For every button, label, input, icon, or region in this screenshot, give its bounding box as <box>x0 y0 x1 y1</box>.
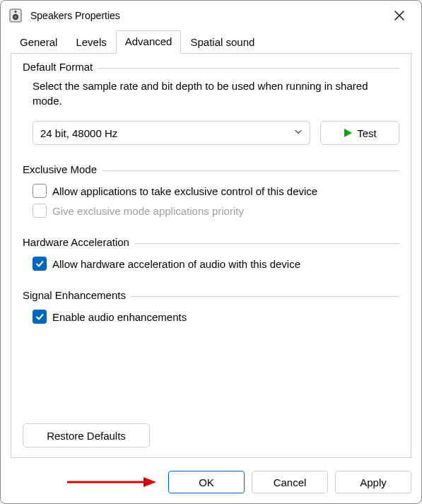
close-icon <box>394 11 404 20</box>
checkbox-hardware-accel-label: Allow hardware acceleration of audio wit… <box>52 258 300 270</box>
format-select[interactable]: 24 bit, 48000 Hz <box>33 121 310 145</box>
test-button[interactable]: Test <box>320 121 399 145</box>
restore-defaults-button[interactable]: Restore Defaults <box>23 423 150 447</box>
checkbox-allow-exclusive-label: Allow applications to take exclusive con… <box>52 185 317 197</box>
window-title: Speakers Properties <box>30 10 385 21</box>
tab-spatial[interactable]: Spatial sound <box>181 31 264 54</box>
checkbox-exclusive-priority-label: Give exclusive mode applications priorit… <box>52 205 244 217</box>
checkbox-audio-enhancements[interactable]: Enable audio enhancements <box>33 307 399 327</box>
speaker-icon <box>8 8 23 23</box>
restore-defaults-label: Restore Defaults <box>47 430 126 442</box>
svg-point-3 <box>14 11 16 13</box>
annotation-arrow <box>11 475 161 489</box>
tab-advanced[interactable]: Advanced <box>116 30 182 54</box>
group-title-signal-enhancements: Signal Enhancements <box>23 289 131 301</box>
cancel-button-label: Cancel <box>274 476 307 488</box>
checkbox-icon <box>33 257 47 271</box>
group-title-default-format: Default Format <box>23 61 98 73</box>
titlebar: Speakers Properties <box>1 1 421 30</box>
cancel-button[interactable]: Cancel <box>252 471 328 493</box>
ok-button-label: OK <box>199 476 214 488</box>
checkbox-icon <box>33 184 47 198</box>
group-title-hardware-acceleration: Hardware Acceleration <box>23 236 135 248</box>
checkbox-exclusive-priority: Give exclusive mode applications priorit… <box>33 201 399 221</box>
format-select-value: 24 bit, 48000 Hz <box>40 127 117 139</box>
default-format-description: Select the sample rate and bit depth to … <box>33 78 394 108</box>
close-button[interactable] <box>385 3 414 28</box>
play-icon <box>343 128 353 138</box>
tab-strip: General Levels Advanced Spatial sound <box>1 30 421 54</box>
svg-point-2 <box>14 16 16 18</box>
checkbox-hardware-accel[interactable]: Allow hardware acceleration of audio wit… <box>33 254 399 274</box>
apply-button-label: Apply <box>360 476 387 488</box>
speakers-properties-dialog: Speakers Properties General Levels Advan… <box>0 0 422 504</box>
checkbox-icon <box>33 310 47 324</box>
dialog-button-bar: OK Cancel Apply <box>1 467 421 503</box>
apply-button[interactable]: Apply <box>335 471 411 493</box>
ok-button[interactable]: OK <box>168 471 245 493</box>
group-hardware-acceleration: Hardware Acceleration Allow hardware acc… <box>23 243 399 282</box>
checkbox-allow-exclusive[interactable]: Allow applications to take exclusive con… <box>33 181 399 201</box>
group-default-format: Default Format Select the sample rate an… <box>23 68 399 156</box>
test-button-label: Test <box>357 127 377 139</box>
checkbox-icon <box>33 204 47 218</box>
tab-general[interactable]: General <box>11 31 66 54</box>
tab-levels[interactable]: Levels <box>66 31 115 54</box>
group-signal-enhancements: Signal Enhancements Enable audio enhance… <box>23 296 399 335</box>
group-title-exclusive-mode: Exclusive Mode <box>23 163 102 175</box>
tab-content-advanced: Default Format Select the sample rate an… <box>11 54 411 458</box>
checkbox-audio-enhancements-label: Enable audio enhancements <box>52 311 187 323</box>
group-exclusive-mode: Exclusive Mode Allow applications to tak… <box>23 170 399 229</box>
